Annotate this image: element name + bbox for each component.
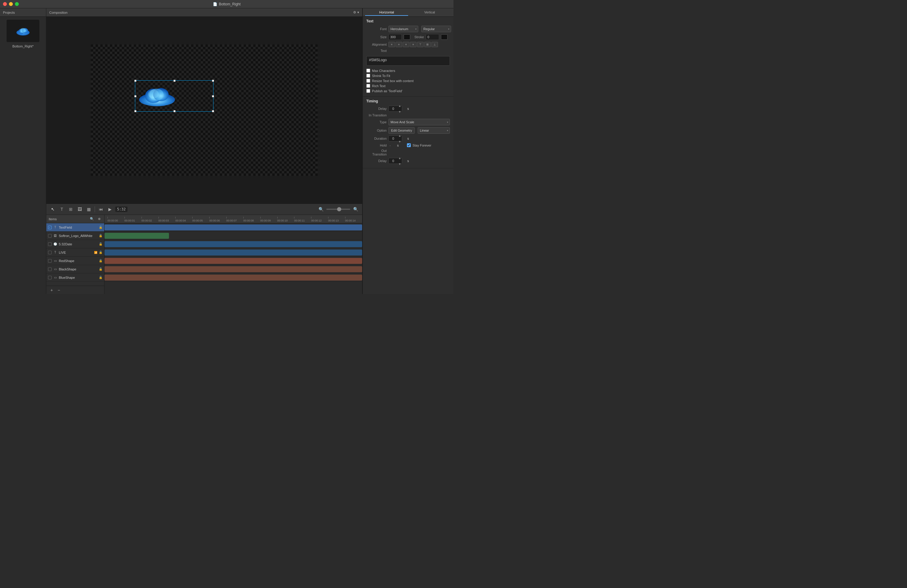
type-select[interactable]: Move And Scale [388,119,450,125]
layer-row-textfield[interactable]: ✓ T TextField 🔓 [46,223,104,232]
handle-bottom-middle[interactable] [173,110,176,112]
duration-increment[interactable]: ▲ [398,133,402,138]
zoom-out-button[interactable]: 🔍 [317,206,325,213]
layer-lock-blueshape[interactable]: 🔓 [99,276,103,279]
out-delay-decrement[interactable]: ▼ [398,161,402,167]
projects-header: Projects [0,8,46,17]
resize-textbox-row: Resize Text box with content [366,79,450,83]
track-row-redshape[interactable] [104,257,362,265]
composition-settings[interactable]: ⚙ ▾ [353,10,359,14]
track-row-blueshape[interactable] [104,273,362,282]
align-justify-button[interactable]: ≡ [410,42,417,47]
track-row-softron[interactable] [104,232,362,240]
max-characters-checkbox[interactable] [366,69,370,72]
multi-select-icon: ⊞ [69,207,72,211]
handle-middle-right[interactable] [212,95,214,97]
publish-as-row: Publish as 'TextField' [366,89,450,93]
layer-lock-redshape[interactable]: 🔓 [99,259,103,262]
tab-vertical[interactable]: Vertical [408,9,451,16]
layer-row-date[interactable]: 🕐 5:32Date 🔓 [46,240,104,248]
tab-horizontal[interactable]: Horizontal [365,9,408,16]
delay-increment[interactable]: ▲ [398,103,402,109]
stroke-color-swatch[interactable] [441,34,447,40]
align-top-button[interactable]: ⊤ [417,42,424,47]
handle-top-right[interactable] [212,80,214,82]
video-tool-button[interactable]: ▦ [85,206,92,213]
track-row-date[interactable] [104,240,362,248]
layer-row-blackshape[interactable]: ▭ BlackShape 🔓 [46,265,104,273]
layer-check-blackshape[interactable] [48,268,52,271]
multi-select-button[interactable]: ⊞ [67,206,74,213]
project-thumbnail[interactable] [6,20,39,42]
layer-check-date[interactable] [48,242,52,246]
shrink-to-fit-checkbox[interactable] [366,74,370,78]
track-row-blackshape[interactable] [104,265,362,273]
zoom-slider[interactable] [326,208,350,210]
delay-decrement[interactable]: ▼ [398,109,402,115]
chevron-down-icon: ▾ [357,10,359,14]
font-select[interactable]: Herculanum [388,26,418,32]
handle-top-left[interactable] [135,80,136,82]
cursor-tool-button[interactable]: ↖ [49,206,56,213]
layer-check-redshape[interactable] [48,259,52,263]
layers-panel: Items 🔍 ⊕ ✓ T TextField 🔓 🖼 [46,215,104,294]
minimize-button[interactable] [9,2,13,6]
layer-lock-blackshape[interactable]: 🔓 [99,268,103,271]
handle-top-middle[interactable] [173,80,176,82]
layer-lock-softron[interactable]: 🔓 [99,234,103,237]
play-button[interactable]: ▶ [106,206,114,213]
layer-row-blueshape[interactable]: ▭ BlueShape 🔓 [46,273,104,282]
handle-middle-left[interactable] [135,95,136,97]
add-layer-button[interactable]: ⊕ [96,216,102,222]
track-row-textfield[interactable] [104,223,362,232]
text-tool-button[interactable]: T [58,206,66,213]
align-left-button[interactable]: ≡ [388,42,395,47]
zoom-in-button[interactable]: 🔍 [352,206,359,213]
align-bottom-button[interactable]: ⊥ [431,42,438,47]
inspector-header: Horizontal Vertical [363,8,454,17]
inspector-text-section: Text Font Herculanum ▾ Regular ▾ [363,17,454,97]
close-button[interactable] [3,2,7,6]
projects-header-label: Projects [3,11,15,14]
linear-select[interactable]: Linear [418,127,450,134]
out-delay-increment[interactable]: ▲ [398,155,402,161]
maximize-button[interactable] [15,2,19,6]
duration-stepper[interactable]: 0 ▲ ▼ [388,136,402,141]
align-right-button[interactable]: ≡ [403,42,409,47]
handle-bottom-left[interactable] [135,110,136,112]
resize-textbox-checkbox[interactable] [366,79,370,83]
search-layers-button[interactable]: 🔍 [89,216,95,222]
style-select[interactable]: Regular [421,26,451,32]
handle-bottom-right[interactable] [212,110,214,112]
size-input[interactable] [388,34,402,40]
layer-lock-date[interactable]: 🔓 [99,242,103,246]
publish-as-checkbox[interactable] [366,89,370,93]
delay-stepper[interactable]: 0 ▲ ▼ [388,106,402,112]
add-item-button[interactable]: + [48,287,55,294]
align-middle-button[interactable]: ⊞ [424,42,431,47]
size-color-swatch[interactable] [404,34,410,40]
layer-lock-live[interactable]: 🔓 [99,251,103,254]
rich-text-checkbox[interactable] [366,84,370,88]
layer-check-textfield[interactable]: ✓ [48,226,52,229]
rich-text-row: Rich Text [366,84,450,88]
align-center-button[interactable]: ≡ [396,42,402,47]
text-value-area[interactable]: #SMSLogo [366,56,450,66]
out-delay-stepper[interactable]: 0 ▲ ▼ [388,158,402,164]
remove-item-button[interactable]: − [55,287,62,294]
rewind-button[interactable]: ⏮ [97,206,104,213]
layer-row-redshape[interactable]: ▭ RedShape 🔓 [46,257,104,265]
inspector-panel: Horizontal Vertical Text Font Herculanum… [362,8,454,294]
layer-check-softron[interactable] [48,234,52,237]
layer-row-softron[interactable]: 🖼 Softron_Logo_AllWhite 🔓 [46,232,104,240]
image-tool-button[interactable]: 🖼 [76,206,83,213]
layer-name-softron: Softron_Logo_AllWhite [59,234,97,237]
layer-row-live[interactable]: T LIVE 📶 🔓 [46,248,104,257]
layer-check-blueshape[interactable] [48,276,52,279]
stroke-input[interactable] [426,34,439,40]
stay-forever-checkbox[interactable] [407,143,411,147]
canvas-area[interactable] [46,17,362,203]
layer-lock-textfield[interactable]: 🔓 [99,226,103,229]
layer-check-live[interactable] [48,251,52,254]
track-row-live[interactable] [104,248,362,257]
